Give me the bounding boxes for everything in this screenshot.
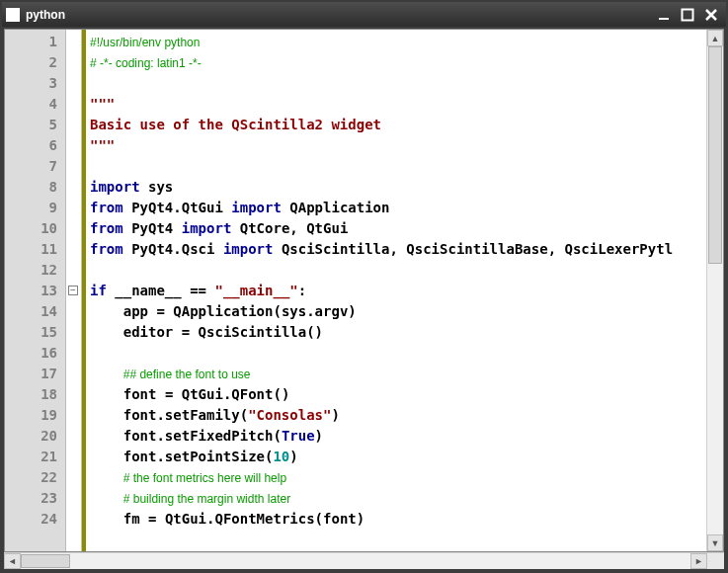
window-title: python [26, 8, 651, 22]
minimize-button[interactable] [653, 5, 675, 25]
line-number: 9 [5, 198, 65, 218]
line-number: 5 [5, 115, 65, 135]
line-number: 11 [5, 239, 65, 260]
code-line[interactable]: from PyQt4.Qsci import QsciScintilla, Qs… [90, 239, 706, 260]
code-line[interactable]: from PyQt4 import QtCore, QtGui [90, 218, 706, 239]
line-number: 16 [5, 343, 65, 364]
code-line[interactable]: Basic use of the QScintilla2 widget [90, 115, 706, 135]
vertical-scroll-thumb[interactable] [708, 46, 722, 264]
horizontal-scroll-track[interactable] [21, 553, 690, 569]
line-number: 14 [5, 301, 65, 322]
maximize-button[interactable] [677, 5, 698, 25]
code-line[interactable]: from PyQt4.QtGui import QApplication [90, 198, 706, 218]
code-line[interactable]: # -*- coding: latin1 -*- [90, 52, 706, 73]
code-line[interactable] [90, 260, 706, 281]
line-number: 15 [5, 322, 65, 343]
code-line[interactable]: """ [90, 94, 706, 115]
code-line[interactable]: font = QtGui.QFont() [90, 384, 706, 405]
line-number: 7 [5, 156, 65, 177]
scroll-down-icon[interactable]: ▼ [707, 534, 723, 551]
line-number: 22 [5, 467, 65, 488]
horizontal-scrollbar[interactable]: ◄ ► [4, 552, 724, 569]
code-line[interactable]: """ [90, 135, 706, 156]
fold-margin[interactable]: − [66, 30, 82, 551]
line-number: 21 [5, 447, 65, 467]
code-line[interactable]: font.setPointSize(10) [90, 447, 706, 467]
vertical-scroll-track[interactable] [707, 46, 723, 534]
code-editor[interactable]: 123456789101112131415161718192021222324 … [4, 29, 724, 552]
vertical-scrollbar[interactable]: ▲ ▼ [706, 30, 723, 551]
line-number: 10 [5, 218, 65, 239]
code-line[interactable] [90, 156, 706, 177]
code-line[interactable]: ## define the font to use [90, 364, 706, 384]
line-number: 1 [5, 32, 65, 52]
scroll-right-icon[interactable]: ► [690, 553, 707, 569]
scrollbar-corner [707, 553, 724, 569]
line-number: 23 [5, 488, 65, 509]
code-line[interactable] [90, 343, 706, 364]
code-line[interactable]: # the font metrics here will help [90, 467, 706, 488]
titlebar[interactable]: python [2, 2, 726, 27]
fold-toggle-icon[interactable]: − [68, 286, 78, 295]
line-number: 20 [5, 426, 65, 447]
line-number: 24 [5, 509, 65, 530]
editor-client-area: 123456789101112131415161718192021222324 … [2, 27, 726, 571]
code-text-area[interactable]: #!/usr/bin/env python# -*- coding: latin… [86, 30, 706, 551]
code-line[interactable]: font.setFamily("Consolas") [90, 405, 706, 426]
code-line[interactable]: app = QApplication(sys.argv) [90, 301, 706, 322]
line-number: 3 [5, 73, 65, 94]
line-number-gutter: 123456789101112131415161718192021222324 [5, 30, 66, 551]
line-number: 6 [5, 135, 65, 156]
svg-rect-1 [683, 9, 693, 20]
line-number: 19 [5, 405, 65, 426]
code-line[interactable]: # building the margin width later [90, 488, 706, 509]
app-window: python 123456789101112131415161718192021… [0, 0, 728, 573]
code-line[interactable] [90, 73, 706, 94]
svg-rect-0 [659, 18, 669, 20]
code-line[interactable]: #!/usr/bin/env python [90, 32, 706, 52]
scroll-left-icon[interactable]: ◄ [4, 553, 21, 569]
close-button[interactable] [700, 5, 722, 25]
app-icon [6, 8, 20, 22]
code-line[interactable]: font.setFixedPitch(True) [90, 426, 706, 447]
scroll-up-icon[interactable]: ▲ [707, 30, 723, 46]
line-number: 18 [5, 384, 65, 405]
code-line[interactable]: fm = QtGui.QFontMetrics(font) [90, 509, 706, 530]
horizontal-scroll-thumb[interactable] [21, 554, 70, 568]
code-line[interactable]: if __name__ == "__main__": [90, 281, 706, 301]
line-number: 13 [5, 281, 65, 301]
line-number: 17 [5, 364, 65, 384]
code-line[interactable]: import sys [90, 177, 706, 198]
line-number: 2 [5, 52, 65, 73]
line-number: 12 [5, 260, 65, 281]
line-number: 8 [5, 177, 65, 198]
line-number: 4 [5, 94, 65, 115]
code-line[interactable]: editor = QsciScintilla() [90, 322, 706, 343]
